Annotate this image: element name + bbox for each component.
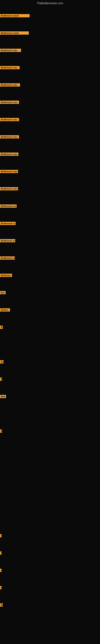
bottleneck-result-bar[interactable]: Bottleneck resu — [0, 152, 18, 156]
table-row: Bot — [0, 288, 100, 297]
bottleneck-result-bar[interactable]: I — [0, 534, 1, 537]
bottleneck-result-bar[interactable]: Bottleneck resu — [0, 118, 19, 121]
table-row: Bottleneck resu — [0, 150, 100, 158]
bottleneck-result-bar[interactable]: I — [0, 552, 1, 555]
table-row: Bottleneck result — [0, 11, 100, 20]
site-title: TheBottlenecker.com — [0, 0, 100, 6]
table-row: B — [0, 375, 100, 384]
bottleneck-result-bar[interactable]: Bottlen — [0, 308, 10, 312]
table-row: Bottleneck res — [0, 202, 100, 210]
table-row: Bottleneck resu — [0, 98, 100, 107]
bottleneck-result-bar[interactable]: Bott — [0, 395, 6, 398]
table-row: Bottlenec — [0, 271, 100, 280]
table-row: e — [0, 566, 100, 575]
bottleneck-result-bar[interactable]: Bo — [0, 360, 3, 364]
bottleneck-result-bar[interactable]: B — [0, 326, 3, 329]
table-row: Bottleneck resu — [0, 167, 100, 176]
table-row: Bottleneck re — [0, 236, 100, 245]
table-row: Bottlen — [0, 306, 100, 314]
bottleneck-result-bar[interactable]: E — [0, 430, 2, 433]
bottleneck-result-bar[interactable]: e — [0, 569, 1, 572]
bottleneck-result-bar[interactable]: Bottleneck resu — [0, 83, 20, 86]
bottleneck-result-bar[interactable]: Bottleneck resu — [0, 66, 20, 69]
table-row: Bott — [0, 392, 100, 401]
bottleneck-result-bar[interactable]: Bottleneck res — [0, 204, 17, 208]
table-row: Bottleneck result — [0, 28, 100, 38]
bottleneck-result-bar[interactable]: Bottleneck re — [0, 222, 16, 225]
table-row: e — [0, 583, 100, 592]
bottleneck-result-bar[interactable]: Bot — [0, 291, 6, 294]
table-row: I — [0, 531, 100, 540]
bottleneck-result-bar[interactable]: Bottleneck resu — [0, 49, 21, 52]
bottleneck-result-bar[interactable]: Bottleneck resu — [0, 135, 19, 138]
bottleneck-result-bar[interactable]: Bi — [0, 603, 3, 606]
table-row: Bottleneck resu — [0, 46, 100, 55]
bottleneck-result-bar[interactable]: e — [0, 586, 1, 589]
table-row: Bi — [0, 600, 100, 610]
table-row: Bottleneck resu — [0, 115, 100, 124]
bottleneck-result-bar[interactable]: B — [0, 378, 2, 381]
bottleneck-result-bar[interactable]: Bottleneck re — [0, 256, 15, 260]
table-row: B — [0, 323, 100, 332]
table-row: Bottleneck re — [0, 254, 100, 262]
bottleneck-result-bar[interactable]: Bottleneck re — [0, 239, 15, 242]
bottleneck-result-bar[interactable]: Bottleneck result — [0, 32, 29, 34]
table-row: E — [0, 427, 100, 436]
table-row: Bottleneck re — [0, 219, 100, 228]
table-row: Bo — [0, 358, 100, 366]
table-row: Bottleneck resu — [0, 184, 100, 193]
table-row: Bottleneck resu — [0, 80, 100, 89]
bottleneck-result-bar[interactable]: Bottleneck result — [0, 14, 30, 17]
bottleneck-result-bar[interactable]: Bottleneck resu — [0, 100, 19, 104]
table-row: Bottleneck resu — [0, 63, 100, 72]
bottleneck-result-bar[interactable]: Bottleneck resu — [0, 170, 18, 173]
bottleneck-result-bar[interactable]: Bottleneck resu — [0, 187, 18, 190]
table-row: I — [0, 548, 100, 558]
table-row: Bottleneck resu — [0, 132, 100, 141]
bottleneck-result-bar[interactable]: Bottlenec — [0, 274, 12, 277]
